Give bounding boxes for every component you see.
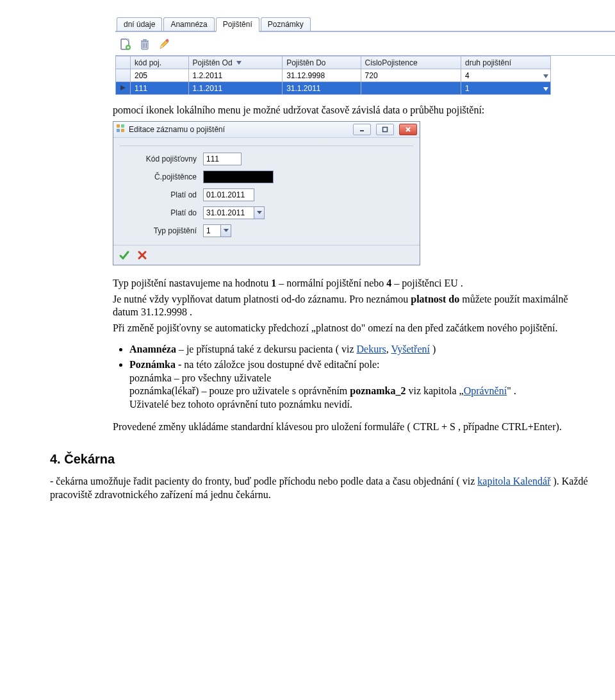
list-item: Poznámka - na této záložce jsou dostupné… (129, 358, 588, 412)
grid-header-do[interactable]: Pojištěn Do (283, 56, 361, 69)
maximize-button[interactable] (376, 124, 394, 135)
svg-rect-4 (143, 39, 147, 40)
cancel-icon[interactable] (136, 249, 148, 261)
tab-osobni-udaje[interactable]: dní údaje (117, 17, 162, 31)
input-plati-od[interactable] (203, 188, 254, 201)
paragraph-save: Provedené změny ukládáme standardní kláv… (113, 421, 588, 434)
paragraph-typ: Typ pojištění nastavujeme na hodnotu 1 –… (113, 277, 588, 290)
close-button[interactable] (399, 124, 417, 135)
row-handle[interactable] (116, 82, 131, 95)
section-heading-cekarna: 4. Čekárna (50, 452, 615, 467)
paragraph-platnost: Je nutné vždy vyplňovat datum platnosti … (113, 293, 588, 320)
tab-poznamky[interactable]: Poznámky (261, 17, 311, 31)
cell-od[interactable]: 1.1.2011 (188, 82, 283, 95)
input-plati-do[interactable] (203, 206, 254, 219)
label-cislo-pojistence: Č.pojištěnce (120, 172, 203, 181)
cell-cislo[interactable]: 720 (361, 69, 461, 82)
app-icon (116, 124, 125, 135)
row-handle[interactable] (116, 69, 131, 82)
svg-rect-3 (141, 40, 149, 42)
svg-rect-9 (117, 124, 120, 128)
tab-anamneza[interactable]: Anamnéza (163, 17, 214, 31)
grid-header-od[interactable]: Pojištěn Od (188, 56, 283, 69)
tab-bar: dní údaje Anamnéza Pojištění Poznámky (115, 18, 615, 32)
input-kod-pojistovny[interactable] (203, 153, 242, 165)
link-opravneni[interactable]: Oprávnění (464, 385, 507, 396)
new-record-icon[interactable] (119, 37, 132, 51)
cell-od[interactable]: 1.2.2011 (188, 69, 283, 82)
link-dekurs[interactable]: Dekurs (357, 344, 386, 354)
paragraph-zmena: Při změně pojišťovny se automaticky před… (113, 322, 588, 335)
cell-cislo[interactable] (361, 82, 461, 95)
link-vysetreni[interactable]: Vyšetření (391, 344, 430, 354)
grid-corner (116, 56, 131, 69)
label-kod-pojistovny: Kód pojišťovny (120, 154, 203, 163)
insurance-grid: kód poj. Pojištěn Od Pojištěn Do CisloPo… (115, 56, 615, 95)
table-row[interactable]: 205 1.2.2011 31.12.9998 720 4 (116, 69, 551, 82)
svg-rect-12 (121, 129, 124, 132)
delete-record-icon[interactable] (138, 37, 151, 51)
bullet-list: Anamnéza – je přístupná také z dekursu p… (129, 343, 588, 412)
list-item: Anamnéza – je přístupná také z dekursu p… (129, 343, 588, 356)
cell-kod[interactable]: 111 (131, 82, 189, 95)
label-typ-pojisteni: Typ pojištění (120, 226, 203, 235)
edit-record-icon[interactable] (158, 37, 170, 51)
minimize-button[interactable] (353, 124, 371, 135)
input-typ-pojisteni[interactable] (203, 224, 221, 237)
cell-kod[interactable]: 205 (131, 69, 189, 82)
dropdown-plati-do-icon[interactable] (254, 206, 265, 219)
dialog-title: Editace záznamu o pojištění (129, 125, 348, 134)
paragraph-intro: pomocí ikonek lokálního menu je možné ud… (113, 104, 588, 117)
edit-insurance-dialog: Editace záznamu o pojištění Kód pojišťov… (113, 121, 420, 265)
cell-do[interactable]: 31.1.2011 (283, 82, 361, 95)
label-plati-do: Platí do (120, 208, 203, 217)
paragraph-cekarna: - čekárna umožňuje řadit pacienty do fro… (50, 474, 588, 502)
link-kalendar[interactable]: kapitola Kalendář (477, 476, 550, 487)
grid-header-cislo[interactable]: CisloPojistence (361, 56, 461, 69)
grid-toolbar (115, 32, 615, 56)
confirm-icon[interactable] (119, 249, 130, 261)
input-cislo-pojistence[interactable] (203, 171, 274, 183)
svg-rect-11 (117, 129, 120, 132)
dialog-titlebar: Editace záznamu o pojištění (113, 122, 420, 138)
table-row[interactable]: 111 1.1.2011 31.1.2011 1 (116, 82, 551, 95)
label-plati-od: Platí od (120, 190, 203, 199)
cell-druh[interactable]: 4 (461, 69, 550, 82)
dropdown-typ-icon[interactable] (221, 224, 231, 237)
grid-header-kod[interactable]: kód poj. (131, 56, 189, 69)
tab-pojisteni[interactable]: Pojištění (216, 17, 259, 32)
svg-rect-10 (121, 124, 124, 128)
svg-rect-14 (383, 127, 388, 131)
cell-do[interactable]: 31.12.9998 (283, 69, 361, 82)
grid-header-druh[interactable]: druh pojištění (461, 56, 550, 69)
cell-druh[interactable]: 1 (461, 82, 550, 95)
